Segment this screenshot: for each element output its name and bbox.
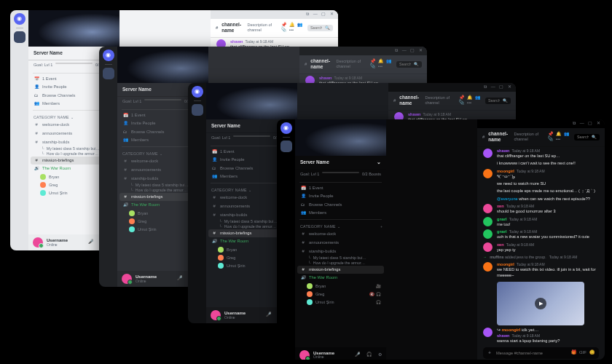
- channel-category[interactable]: Category Name ⌄ ＋: [295, 221, 386, 231]
- overlay-icon[interactable]: ⧉: [484, 84, 487, 89]
- avatar[interactable]: [483, 242, 493, 252]
- reply-context[interactable]: ↪ moongirl idk yet…: [497, 328, 599, 333]
- header-tool-icon[interactable]: 👥: [475, 95, 480, 100]
- header-tool-icon[interactable]: 🔔: [556, 132, 561, 136]
- add-channel-icon[interactable]: ＋: [380, 224, 383, 229]
- thread-item[interactable]: └My latest class 5 starship bui…: [295, 256, 386, 261]
- home-button[interactable]: ◉: [14, 13, 26, 25]
- avatar[interactable]: [483, 229, 493, 239]
- header-tool-icon[interactable]: 🔔: [289, 23, 294, 27]
- message-continuation[interactable]: the last couple eps made me so emotional…: [483, 189, 599, 194]
- header-tool-icon[interactable]: 📎: [281, 28, 286, 32]
- message-list[interactable]: shawnToday at 9:18 AMthat cliffhanger on…: [477, 146, 605, 344]
- thread-item[interactable]: └How do I upgrade the armor…: [295, 261, 386, 266]
- avatar[interactable]: [483, 169, 493, 178]
- message-author[interactable]: shawn: [408, 112, 420, 116]
- header-tool-icon[interactable]: •••: [289, 28, 294, 32]
- header-tool-icon[interactable]: 📌: [370, 59, 375, 63]
- minimize-button[interactable]: —: [402, 48, 407, 52]
- text-channel[interactable]: #starship-builds: [295, 248, 386, 256]
- maximize-button[interactable]: ▢: [410, 48, 415, 52]
- message-author[interactable]: xen: [497, 204, 504, 208]
- header-tool-icon[interactable]: 📌: [281, 23, 286, 27]
- text-channel[interactable]: #welcome-dock: [295, 230, 386, 239]
- header-tool-icon[interactable]: 👥: [297, 23, 302, 27]
- search-input[interactable]: [577, 135, 589, 139]
- search-box[interactable]: 🔍: [485, 98, 511, 104]
- header-tool-icon[interactable]: 📎: [370, 64, 375, 68]
- self-action-icon[interactable]: 🎧: [366, 352, 372, 358]
- server-avatar[interactable]: [192, 104, 203, 116]
- avatar[interactable]: [483, 204, 493, 213]
- self-action-icon[interactable]: 🎤: [88, 240, 93, 245]
- message-continuation[interactable]: @everyone when can we watch the next epi…: [483, 197, 599, 202]
- composer-icon[interactable]: GIF: [579, 350, 586, 355]
- message-author[interactable]: gnarl: [497, 217, 507, 221]
- composer-icon[interactable]: 😊: [589, 350, 595, 355]
- message-author[interactable]: shawn: [230, 39, 243, 44]
- self-avatar[interactable]: [211, 310, 221, 320]
- server-avatar[interactable]: [14, 31, 26, 43]
- message-author[interactable]: shawn: [497, 333, 509, 338]
- quick-action[interactable]: 📅1 Event: [295, 184, 386, 193]
- header-tool-icon[interactable]: 📎: [459, 100, 464, 105]
- message[interactable]: gnarlToday at 9:18 AMme too!: [483, 217, 599, 228]
- composer-input[interactable]: [496, 351, 564, 355]
- header-tool-icon[interactable]: •••: [378, 64, 382, 68]
- message[interactable]: gnarlToday at 9:18 AMooh is that a new a…: [483, 229, 599, 240]
- self-action-icon[interactable]: 🎤: [266, 312, 271, 318]
- header-tool-icon[interactable]: 📌: [459, 95, 464, 100]
- message[interactable]: xenToday at 9:18 AMshould be good tomorr…: [483, 204, 599, 215]
- boost-bar[interactable]: Goal: Lvl 1 0/2 Boosts: [295, 169, 386, 180]
- minimize-button[interactable]: —: [313, 12, 318, 16]
- server-header[interactable]: Server Name ⌄: [295, 156, 386, 169]
- message-author[interactable]: moongirl: [497, 262, 514, 266]
- voice-channel[interactable]: 🔊The War Room: [295, 274, 386, 282]
- message[interactable]: moongirlToday at 9:18 AMwe NEED to watch…: [483, 262, 599, 278]
- self-avatar[interactable]: [122, 274, 132, 284]
- home-button[interactable]: ◉: [192, 86, 203, 98]
- avatar[interactable]: [483, 328, 493, 337]
- overlay-icon[interactable]: ⧉: [573, 121, 576, 125]
- home-button[interactable]: ◉: [280, 122, 292, 134]
- mention[interactable]: @everyone: [497, 197, 518, 201]
- search-input[interactable]: [310, 25, 322, 30]
- avatar[interactable]: [483, 149, 493, 158]
- message[interactable]: moongirlToday at 9:18 AM٩(`･ω･´)و: [483, 169, 599, 180]
- server-avatar[interactable]: [103, 68, 114, 79]
- header-tool-icon[interactable]: 👥: [386, 59, 391, 63]
- close-button[interactable]: ✕: [597, 121, 600, 125]
- header-tool-icon[interactable]: •••: [467, 100, 471, 105]
- voice-user[interactable]: Bryan🎥: [295, 282, 386, 290]
- voice-user[interactable]: Umut Şirin🎧: [295, 298, 386, 306]
- text-channel[interactable]: #announcements: [295, 239, 386, 248]
- avatar[interactable]: [483, 262, 493, 272]
- header-tool-icon[interactable]: 📌: [548, 132, 553, 136]
- close-button[interactable]: ✕: [330, 12, 334, 16]
- message-continuation[interactable]: i knowwww i can't wait to see the next o…: [483, 161, 599, 166]
- message[interactable]: xenToday at 9:18 AMyep yep ty: [483, 242, 599, 253]
- composer-icon[interactable]: 🎁: [571, 350, 576, 355]
- attach-icon[interactable]: ＋: [487, 350, 492, 356]
- message[interactable]: shawnToday at 9:18 AMthat cliffhanger on…: [483, 149, 599, 159]
- self-action-icon[interactable]: 🎤: [355, 352, 360, 358]
- message-author[interactable]: moongirl: [497, 169, 514, 173]
- header-tool-icon[interactable]: 📎: [548, 137, 553, 141]
- video-attachment[interactable]: [497, 282, 584, 325]
- quick-action[interactable]: 👥Members: [295, 209, 386, 218]
- header-tool-icon[interactable]: 👥: [564, 132, 569, 136]
- message-author[interactable]: shawn: [319, 76, 332, 80]
- maximize-button[interactable]: ▢: [321, 12, 326, 16]
- header-tool-icon[interactable]: •••: [556, 137, 560, 141]
- message-author[interactable]: gnarl: [497, 229, 507, 234]
- message-continuation[interactable]: we need to watch more SU: [483, 181, 599, 186]
- quick-action[interactable]: 👤Invite People: [295, 192, 386, 201]
- minimize-button[interactable]: —: [491, 84, 495, 89]
- header-tool-icon[interactable]: 🔔: [467, 95, 472, 100]
- server-avatar[interactable]: [280, 141, 292, 152]
- voice-user[interactable]: Greg🔇 🎧: [295, 290, 386, 298]
- quick-action[interactable]: 🗂Browse Channels: [295, 201, 386, 210]
- search-box[interactable]: 🔍: [307, 25, 333, 31]
- search-box[interactable]: 🔍: [396, 61, 422, 68]
- home-button[interactable]: ◉: [103, 50, 114, 61]
